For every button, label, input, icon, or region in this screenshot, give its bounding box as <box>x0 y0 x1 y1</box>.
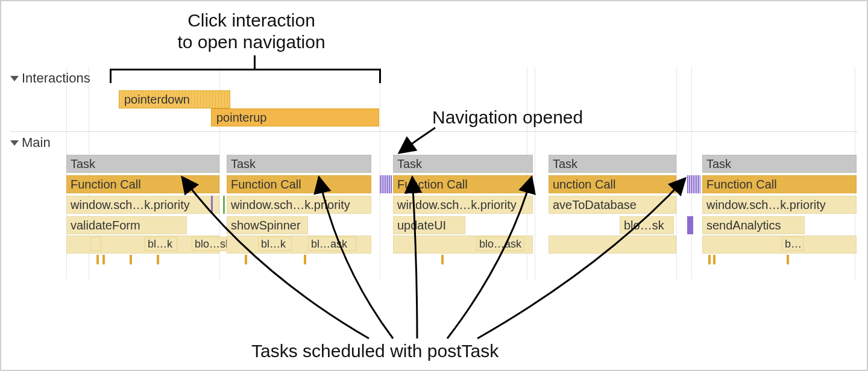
task-bar[interactable]: Task <box>549 155 676 173</box>
schedule-bar[interactable]: window.sch…k.priority <box>393 196 533 214</box>
function-call-bar[interactable]: Function Call <box>702 175 857 193</box>
save-db-bar[interactable]: aveToDatabase <box>549 196 676 214</box>
sub-row <box>702 235 857 254</box>
function-call-bar[interactable]: unction Call <box>549 175 676 193</box>
interactions-track-label[interactable]: Interactions <box>10 70 90 86</box>
interactions-label-text: Interactions <box>22 70 90 86</box>
bracket <box>110 69 381 83</box>
main-label-text: Main <box>22 135 51 151</box>
task-bar[interactable]: Task <box>393 155 533 173</box>
sub-bar[interactable] <box>90 237 101 251</box>
schedule-bar[interactable]: window.sch…k.priority <box>227 196 371 214</box>
send-analytics-bar[interactable]: sendAnalytics <box>702 216 805 234</box>
blo-sk-bar[interactable]: blo…sk <box>620 216 674 234</box>
sub-bar[interactable]: blo…sk <box>192 237 231 251</box>
sub-bar[interactable]: bl…k <box>145 237 177 251</box>
validate-form-bar[interactable]: validateForm <box>66 216 187 234</box>
task-bar[interactable]: Task <box>702 155 857 173</box>
annotation-top-line2: to open navigation <box>122 31 381 53</box>
function-call-bar[interactable]: Function Call <box>393 175 533 193</box>
devtools-timeline-panel: Click interaction to open navigation Nav… <box>1 1 867 370</box>
sub-bar[interactable]: bl…ask <box>308 237 356 251</box>
sub-bar[interactable]: blo…ask <box>476 237 524 251</box>
function-call-bar[interactable]: Function Call <box>66 175 219 193</box>
interaction-pointerup[interactable]: pointerup <box>211 108 379 126</box>
annotation-top-line1: Click interaction <box>122 10 381 31</box>
collapse-triangle-icon[interactable] <box>10 76 19 81</box>
sub-bar[interactable]: bl…k <box>258 237 292 251</box>
update-ui-bar[interactable]: updateUI <box>393 216 465 234</box>
collapse-triangle-icon[interactable] <box>10 140 19 146</box>
schedule-bar[interactable]: window.sch…k.priority <box>66 196 219 214</box>
annotation-bottom: Tasks scheduled with postTask <box>251 340 498 362</box>
interaction-pointerdown[interactable]: pointerdown <box>119 90 230 108</box>
sub-bar[interactable]: b… <box>782 237 804 251</box>
function-call-bar[interactable]: Function Call <box>227 175 371 193</box>
schedule-bar[interactable]: window.sch…k.priority <box>702 196 857 214</box>
main-track-label[interactable]: Main <box>10 135 51 151</box>
sub-row <box>549 235 676 254</box>
annotation-top: Click interaction to open navigation <box>122 10 381 53</box>
task-bar[interactable]: Task <box>227 155 371 173</box>
show-spinner-bar[interactable]: showSpinner <box>227 216 308 234</box>
annotation-navigation-opened: Navigation opened <box>432 107 583 128</box>
task-bar[interactable]: Task <box>66 155 219 173</box>
